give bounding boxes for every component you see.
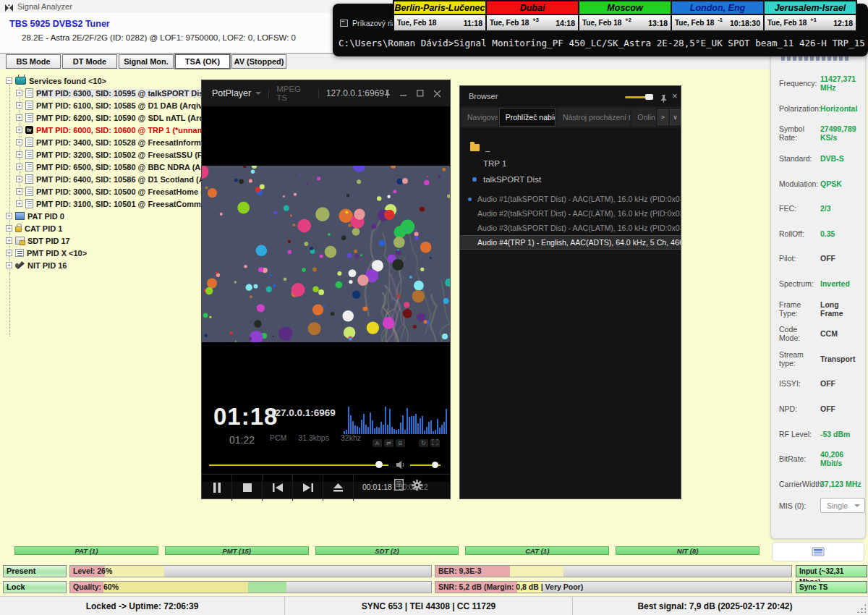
service-row[interactable]: + PMT PID: 6000, SID: 10600 @ TRP 1 (*un… (0, 124, 217, 136)
playlist-button[interactable] (394, 479, 404, 493)
expand-icon[interactable]: + (16, 164, 22, 170)
audio-track-row[interactable]: Audio #2(talkSPORT Dist) - AAC(LATM), 16… (460, 206, 681, 221)
pause-button[interactable] (202, 475, 232, 501)
expand-icon[interactable]: + (16, 200, 22, 207)
collapse-icon[interactable]: − (6, 77, 12, 84)
clock-cell: London, Eng Tue, Feb 18 -1 10:18:30 (672, 1, 763, 30)
eject-button[interactable] (323, 475, 354, 501)
clock-time: 11:18 (464, 19, 482, 27)
expand-icon[interactable]: + (6, 262, 12, 268)
expand-icon[interactable]: + (16, 139, 22, 145)
service-row[interactable]: + PMT PID: 3000, SID: 10500 @ FreesatHom… (0, 185, 217, 198)
audio-track-row[interactable]: Audio #4(TRP 1) - English, AAC(ADTS), 64… (460, 235, 681, 250)
expand-icon[interactable]: + (16, 127, 22, 133)
parameter-row: RollOff: 0.35 (771, 221, 865, 247)
spectrum-bar (376, 427, 378, 434)
browser-tabs: NavigovatProhlížeč nabídkyNástroj prochá… (461, 108, 681, 127)
loop-button[interactable]: ↻ (419, 439, 428, 447)
next-button[interactable] (293, 475, 323, 501)
services-root-row[interactable]: − Services found <10> (0, 75, 217, 87)
settings-gear-button[interactable] (412, 480, 422, 493)
browser-slider-knob[interactable] (645, 94, 653, 100)
service-row[interactable]: + PMT PID: 3400, SID: 10528 @ FreesatInf… (0, 136, 217, 148)
service-row[interactable]: + PMT PID: 6300, SID: 10595 @ talkSPORT … (0, 87, 217, 99)
window-title: Signal Analyzer (17, 2, 72, 11)
parameter-value: 27499,789 KS/s (820, 124, 862, 142)
cmd-text: C:\Users\Roman Dávid>Signal Monitoring_P… (339, 38, 867, 48)
playlist-item-talksport[interactable]: talkSPORT Dist (460, 171, 681, 187)
mode-button[interactable]: DT Mode (62, 54, 117, 69)
browser-tab[interactable]: Nástroj procházení titulků (557, 108, 630, 127)
mode-button[interactable]: AV (Stopped) (231, 54, 286, 69)
service-row[interactable]: + PMT PID: 6400, SID: 10586 @ D1 Scotlan… (0, 173, 217, 185)
ab-repeat-a-button[interactable]: A (373, 439, 382, 447)
table-row[interactable]: + SDT PID 17 (0, 234, 217, 247)
close-button[interactable] (433, 90, 441, 98)
browser-tab[interactable]: Navigovat (461, 108, 498, 127)
seek-knob[interactable] (375, 461, 383, 468)
volume-knob[interactable] (432, 462, 438, 468)
expand-icon[interactable]: + (6, 225, 12, 232)
expand-icon[interactable]: + (16, 114, 22, 121)
mis-dropdown[interactable]: Single (820, 498, 865, 513)
mode-button[interactable]: Signal Mon. (119, 54, 174, 69)
stop-button[interactable] (232, 475, 263, 501)
mode-button[interactable]: TSA (OK) (175, 54, 230, 69)
level-bar: Level: 26% (69, 565, 432, 577)
service-row[interactable]: + PMT PID: 6500, SID: 10580 @ BBC NDRA (… (0, 161, 217, 173)
table-row[interactable]: + NIT PID 16 (0, 259, 217, 271)
table-label: PMT PID X <10> (27, 249, 87, 258)
table-row[interactable]: + CAT PID 1 (0, 222, 217, 234)
video-canvas (202, 166, 450, 342)
resize-grip[interactable] (856, 603, 866, 613)
expand-icon[interactable]: + (16, 102, 22, 109)
expand-icon[interactable]: + (16, 151, 22, 158)
expand-icon[interactable]: + (6, 213, 12, 219)
service-row[interactable]: + PMT PID: 3100, SID: 10501 @ FreesatCom… (0, 198, 217, 210)
tab-list-button[interactable]: ∨ (670, 109, 681, 125)
spectrum-bar (413, 416, 414, 434)
table-row[interactable]: + PAT PID 0 (0, 210, 217, 222)
table-label: NIT PID 16 (27, 261, 67, 270)
table-row[interactable]: + PMT PID X <10> (0, 247, 217, 259)
service-row[interactable]: + PMT PID: 6100, SID: 10585 @ D1 DAB (Ar… (0, 99, 217, 111)
maximize-button[interactable] (417, 90, 424, 97)
swap-channels-button[interactable]: ⇄ (384, 439, 393, 447)
fullscreen-button[interactable] (430, 439, 440, 447)
expand-icon[interactable]: + (16, 176, 22, 182)
browser-tab[interactable]: Onlin (631, 108, 656, 127)
previous-button[interactable] (263, 475, 293, 501)
seek-bar[interactable] (209, 465, 388, 466)
capture-device-button[interactable] (772, 542, 864, 561)
expand-icon[interactable]: + (16, 188, 22, 195)
service-icon (25, 150, 33, 159)
time-position: 00:01:18 (362, 483, 392, 491)
playlist-item-trp[interactable]: TRP 1 (460, 156, 681, 171)
divider (268, 89, 269, 98)
spectrum-bar (354, 425, 356, 434)
spectrum-bar (370, 412, 371, 434)
ab-repeat-b-button[interactable]: B (396, 439, 405, 447)
browser-tab[interactable]: Prohlížeč nabídky (499, 108, 556, 127)
expand-icon[interactable]: + (6, 250, 12, 256)
tab-scroll-right-button[interactable]: > (658, 109, 668, 125)
service-row[interactable]: + PMT PID: 3200, SID: 10502 @ FreesatSSU… (0, 148, 217, 161)
minimize-button[interactable] (400, 90, 407, 97)
audio-track-row[interactable]: Audio #3(talkSPORT Dist) - AAC(LATM), 16… (460, 221, 681, 235)
pin-icon[interactable] (384, 89, 391, 98)
clock-cell: Moscow Tue, Feb 18 +2 13:18 (579, 1, 671, 30)
mode-button[interactable]: BS Mode (6, 54, 61, 69)
clock-time-row: Tue, Feb 18 +1 12:18 (765, 15, 856, 30)
parent-folder-item[interactable]: _ (460, 140, 681, 156)
audio-track-row[interactable]: Audio #1(talkSPORT Dist) - AAC(LATM), 16… (460, 192, 681, 206)
service-row[interactable]: + PMT PID: 6200, SID: 10590 @ SDL nATL (… (0, 111, 217, 124)
audio-track-label: Audio #3(talkSPORT Dist) - AAC(LATM), 16… (477, 224, 681, 232)
cmd-prompt-line[interactable]: C:\Users\Roman Dávid>Signal Monitoring_P… (339, 38, 867, 48)
player-titlebar[interactable]: PotPlayer MPEG TS 127.0.0.1:6969 (202, 80, 450, 106)
expand-icon[interactable]: + (16, 90, 22, 96)
volume-icon[interactable] (396, 461, 406, 469)
expand-icon[interactable]: + (6, 237, 12, 244)
potplayer-menu-button[interactable]: PotPlayer (212, 88, 251, 98)
browser-pin-icon[interactable] (660, 93, 667, 106)
browser-close-button[interactable]: × (672, 90, 678, 101)
